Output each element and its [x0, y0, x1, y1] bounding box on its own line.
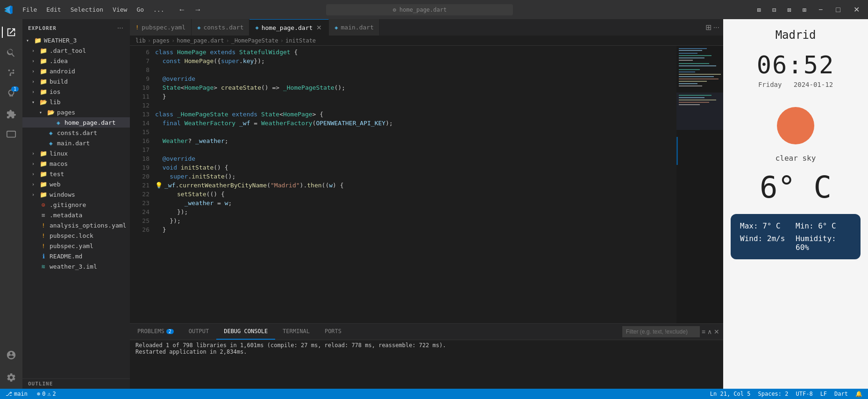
panel-tab-terminal[interactable]: TERMINAL — [275, 324, 317, 340]
sidebar-more-button[interactable]: ··· — [116, 23, 124, 33]
menu-selection[interactable]: Selection — [67, 4, 107, 15]
sidebar-item-pages[interactable]: ▾ 📂 pages — [22, 107, 130, 117]
line-numbers: 678910 1112131415 1617181920 2122232425 … — [130, 46, 153, 323]
sidebar-item-consts[interactable]: ◈ consts.dart — [22, 128, 130, 138]
status-spaces[interactable]: Spaces: 2 — [756, 391, 790, 397]
svg-rect-16 — [679, 86, 702, 86]
status-language[interactable]: Dart — [832, 391, 850, 397]
sidebar-item-android[interactable]: › 📁 android — [22, 66, 130, 76]
code-line: } — [153, 225, 676, 234]
status-feedback[interactable]: 🔔 — [854, 391, 864, 397]
tab-home-page[interactable]: ◈ home_page.dart ✕ — [249, 19, 329, 36]
panel-tab-problems[interactable]: PROBLEMS 2 — [130, 324, 181, 340]
customize-layout-icon[interactable]: ⊞ — [799, 4, 810, 15]
menu-more[interactable]: ... — [149, 4, 168, 15]
status-line-col[interactable]: Ln 21, Col 5 — [708, 391, 753, 397]
branch-icon: ⎇ — [6, 391, 12, 397]
tab-consts[interactable]: ◈ consts.dart — [192, 19, 249, 36]
sidebar-item-linux[interactable]: › 📁 linux — [22, 148, 130, 158]
yaml-icon: ! — [39, 222, 48, 229]
breadcrumb-method[interactable]: initState — [285, 37, 316, 44]
sidebar-item-home-page[interactable]: ◈ home_page.dart — [22, 117, 130, 128]
panel-list-view-button[interactable]: ≡ — [702, 328, 705, 335]
sidebar-item-readme[interactable]: ℹ README.md — [22, 251, 130, 261]
panel-tab-ports[interactable]: PORTS — [317, 324, 349, 340]
activity-source-control[interactable] — [2, 64, 21, 83]
activity-remote[interactable] — [2, 126, 21, 144]
tab-close-button[interactable]: ✕ — [315, 24, 323, 31]
sidebar-item-pubspec[interactable]: ! pubspec.yaml — [22, 241, 130, 251]
split-layout-icon[interactable]: ⊠ — [783, 4, 795, 15]
more-actions-button[interactable]: ··· — [713, 23, 719, 32]
panel-filter-input[interactable] — [622, 326, 700, 337]
menu-edit[interactable]: Edit — [43, 4, 64, 15]
status-encoding[interactable]: UTF-8 — [794, 391, 815, 397]
breadcrumb-pages[interactable]: pages — [153, 37, 170, 44]
sidebar-item-gitignore[interactable]: ⊙ .gitignore — [22, 200, 130, 210]
sidebar-item-macos[interactable]: › 📁 macos — [22, 158, 130, 169]
run-badge: 1 — [11, 86, 19, 92]
tree-root[interactable]: ▾ 📁 WEATHER_3 — [22, 35, 130, 45]
activity-search[interactable] — [2, 43, 21, 62]
sidebar-item-windows[interactable]: › 📁 windows — [22, 189, 130, 200]
sidebar-item-pubspec-lock[interactable]: ! pubspec.lock — [22, 230, 130, 241]
sidebar-item-metadata[interactable]: ≡ .metadata — [22, 210, 130, 220]
menu-file[interactable]: File — [19, 4, 41, 15]
panel-close-button[interactable]: ✕ — [714, 328, 719, 335]
activity-explorer[interactable] — [2, 23, 21, 42]
menu-go[interactable]: Go — [133, 4, 148, 15]
tab-main[interactable]: ◈ main.dart — [329, 19, 380, 36]
nav-back-button[interactable]: ← — [176, 4, 189, 16]
problems-label: PROBLEMS — [137, 328, 164, 335]
minimize-button[interactable]: − — [814, 4, 827, 16]
tab-pubspec[interactable]: ! pubspec.yaml — [130, 19, 192, 36]
panel-tab-output[interactable]: OUTPUT — [181, 324, 216, 340]
breadcrumb-class[interactable]: _HomePageState — [231, 37, 278, 44]
nav-forward-button[interactable]: → — [192, 4, 205, 16]
svg-rect-1 — [679, 48, 707, 49]
sidebar-item-lib[interactable]: ▾ 📂 lib — [22, 97, 130, 107]
status-errors[interactable]: ⊗ 0 ⚠ 2 — [35, 391, 58, 397]
sidebar-item-weather-iml[interactable]: ≋ weather_3.iml — [22, 261, 130, 271]
sidebar-item-main[interactable]: ◈ main.dart — [22, 138, 130, 148]
menu-view[interactable]: View — [109, 4, 131, 15]
item-label: analysis_options.yaml — [50, 222, 130, 229]
sidebar-item-analysis[interactable]: ! analysis_options.yaml — [22, 220, 130, 230]
svg-rect-8 — [679, 65, 716, 66]
activity-account[interactable] — [2, 346, 21, 364]
sidebar-item-web[interactable]: › 📁 web — [22, 179, 130, 189]
outline-section[interactable]: OUTLINE — [22, 378, 130, 389]
folder-icon: 📁 — [39, 171, 48, 178]
weather-panel: Madrid 06:52 Friday 2024-01-12 clear sky… — [723, 19, 868, 389]
sidebar-item-dart-tool[interactable]: › 📁 .dart_tool — [22, 45, 130, 56]
sidebar-item-idea[interactable]: › 📁 .idea — [22, 56, 130, 66]
sidebar-item-ios[interactable]: › 📁 ios — [22, 86, 130, 97]
svg-rect-2 — [679, 50, 702, 51]
panel-tab-debug-console[interactable]: DEBUG CONSOLE — [216, 324, 275, 340]
settings-layout-icon[interactable]: ⊞ — [753, 4, 764, 15]
breadcrumb-file[interactable]: home_page.dart — [177, 37, 224, 44]
split-editor-button[interactable]: ⊞ — [705, 23, 711, 32]
debug-console-label: DEBUG CONSOLE — [224, 328, 268, 335]
activity-extensions[interactable] — [2, 105, 21, 124]
close-button[interactable]: ✕ — [849, 3, 864, 16]
activity-run-debug[interactable]: 1 — [2, 85, 21, 103]
arrow-icon: › — [32, 171, 39, 177]
sidebar-item-build[interactable]: › 📁 build — [22, 76, 130, 86]
search-bar[interactable]: ⚙ home_page.dart — [326, 4, 513, 15]
code-content[interactable]: class HomePage extends StatefulWidget { … — [153, 46, 676, 323]
console-line: Reloaded 1 of 798 libraries in 1,601ms (… — [135, 342, 718, 349]
item-label: .gitignore — [50, 201, 130, 208]
status-branch[interactable]: ⎇ main — [4, 391, 29, 397]
item-label: consts.dart — [57, 129, 130, 136]
tabs-actions: ⊞ ··· — [702, 19, 723, 36]
maximize-button[interactable]: □ — [831, 4, 845, 16]
panel-scroll-up-button[interactable]: ∧ — [707, 328, 712, 335]
panel-layout-icon[interactable]: ⊟ — [768, 4, 780, 15]
status-crlf[interactable]: LF — [818, 391, 829, 397]
code-line: void initState() { — [153, 163, 676, 172]
activity-settings[interactable] — [2, 368, 21, 387]
svg-rect-4 — [679, 55, 711, 56]
sidebar-item-test[interactable]: › 📁 test — [22, 169, 130, 179]
breadcrumb-lib[interactable]: lib — [135, 37, 146, 44]
